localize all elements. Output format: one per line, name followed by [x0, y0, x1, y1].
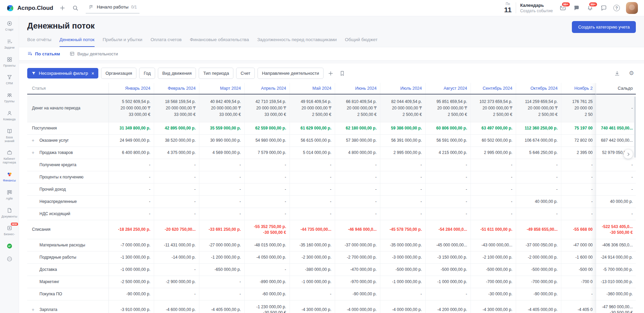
value-cell: -35 000 000,00 р. [380, 239, 426, 251]
value-cell: -970 000,00 р. [335, 276, 380, 288]
app-logo[interactable]: Аспро.Cloud [6, 4, 53, 12]
help-icon[interactable]: ? [613, 5, 620, 11]
sidebar-item-messenger[interactable] [0, 240, 19, 252]
subtab-0[interactable]: По статьям [27, 51, 60, 56]
value-cell: 24 949 000,00 р. [109, 135, 154, 146]
filter-chip-label: Несохраненный фильтр [39, 71, 88, 76]
value-cell: - [199, 288, 245, 300]
value-cell: - [380, 208, 426, 220]
bell-icon[interactable]: 99+ [586, 4, 594, 12]
value-cell: 5 502 609,54 р.20 000 000,00 ₸33 000,00 … [109, 94, 154, 122]
row-label-cell: Получение кредита [27, 159, 109, 171]
sidebar-item-label: Финансы [3, 179, 16, 182]
sidebar-item-label: Задачи [4, 46, 14, 50]
add-icon[interactable] [59, 4, 66, 12]
bookmark-icon[interactable] [338, 69, 347, 78]
value-cell: 102 373 659,54 р.20 000 000,00 ₸2 500,00… [471, 94, 516, 122]
tab-2[interactable]: Прибыли и убытки [103, 37, 143, 47]
expand-button[interactable]: + [32, 150, 39, 156]
tab-0[interactable]: Все отчёты [27, 37, 51, 47]
value-cell: - [380, 196, 426, 208]
value-cell: -14 000,00 р. [154, 251, 199, 263]
download-icon[interactable] [613, 69, 622, 78]
value-cell: -4 300 000,00 р. [290, 300, 335, 313]
value-cell: 62 180 000,00 р. [335, 122, 380, 134]
value-cell: -3 910 000,00 р. [109, 300, 154, 313]
table-row: Проценты к получению----------- [27, 171, 596, 184]
sidebar-item-crm[interactable]: CRM [0, 71, 19, 88]
value-cell: -500 00 [561, 264, 596, 276]
filter-button-3[interactable]: Тип периода [199, 68, 233, 79]
value-cell: - [561, 171, 596, 183]
value-cell: -470 000,00 р. [335, 264, 380, 276]
filter-bar: Несохраненный фильтр × ОрганизацияГодВид… [19, 64, 644, 82]
row-label-cell: Прочий доход [27, 184, 109, 195]
value-cell: -4 300 000,00 р. [471, 300, 516, 313]
value-cell: - [154, 171, 199, 183]
filter-button-0[interactable]: Организация [101, 68, 136, 79]
sidebar-item-кабинет-партнера[interactable]: Кабинет партнера [0, 147, 19, 168]
row-label-cell: Списания [27, 220, 109, 239]
search-icon[interactable] [71, 4, 79, 12]
value-cell: -55 668 00 [561, 220, 596, 239]
value-cell: - [290, 288, 335, 300]
tab-3[interactable]: Оплата счетов [150, 37, 182, 47]
sidebar-item-label: Старт [5, 28, 13, 32]
filter-button-5[interactable]: Направление деятельности [258, 68, 324, 79]
table-row: +Оказание услуг24 949 000,00 р.38 520 00… [27, 135, 596, 147]
sidebar-item-финансы[interactable]: Финансы [0, 169, 19, 186]
value-cell: -650 000,00 р. [199, 264, 245, 276]
onboarding-progress[interactable]: Начало работы 0/1 [86, 3, 139, 14]
tab-6[interactable]: Общий бюджет [345, 37, 378, 47]
tab-4[interactable]: Финансовые обязательства [190, 37, 249, 47]
row-label-cell: Покупка ПО [27, 288, 109, 300]
scroll-right-button[interactable] [624, 150, 633, 159]
vertical-scrollbar[interactable] [634, 97, 636, 158]
onboarding-label: Начало работы [97, 4, 128, 10]
sidebar-item-команда[interactable]: Команда [0, 107, 19, 124]
column-header-article: Статья [27, 83, 109, 94]
sidebar-item-задачи[interactable]: Задачи [0, 36, 19, 53]
calendar-title: Календарь [520, 3, 553, 8]
calendar-widget[interactable]: Пн 11 Календарь Создать событие [504, 2, 553, 14]
filter-button-2[interactable]: Вид движения [158, 68, 196, 79]
comment-icon[interactable] [573, 4, 580, 12]
filter-button-4[interactable]: Счет [236, 68, 255, 79]
add-filter-icon[interactable] [326, 69, 335, 78]
value-cell: - [154, 184, 199, 195]
tab-cashflow[interactable]: Денежный поток [60, 37, 95, 47]
value-cell: 57 380 000,00 р. [335, 135, 380, 146]
chat-icon[interactable] [600, 4, 607, 12]
filter-chip[interactable]: Несохраненный фильтр × [27, 68, 98, 79]
value-cell: - [561, 159, 596, 171]
sidebar-item-more[interactable] [0, 253, 19, 265]
sidebar-item-база-знаний[interactable]: База знаний [0, 125, 19, 146]
row-label: Продажа товаров [39, 150, 73, 156]
sidebar-item-agile[interactable]: Agile [0, 187, 19, 204]
sidebar-item-бизнес-[interactable]: Бизнес-NEW [0, 222, 19, 239]
sidebar-item-старт[interactable]: Старт [0, 18, 19, 35]
create-category-button[interactable]: Создать категорию учета [572, 21, 636, 33]
sidebar-item-группы[interactable]: Группы [0, 89, 19, 106]
expand-button[interactable]: + [32, 138, 39, 143]
row-label-cell: НДС исходящий [27, 208, 109, 220]
value-cell: 72 802 00 [561, 135, 596, 146]
filter-chip-close-icon[interactable]: × [92, 71, 94, 76]
tab-5[interactable]: Задолженность перед поставщиками [257, 37, 337, 47]
mail-icon[interactable]: 99+ [559, 4, 566, 12]
sidebar-item-проекты[interactable]: Проекты [0, 54, 19, 71]
value-cell: -90 000,00 р. [109, 288, 154, 300]
filter-button-1[interactable]: Год [139, 68, 155, 79]
expand-button[interactable]: + [32, 307, 39, 313]
value-cell: -48 015 000,00 р. [245, 239, 290, 251]
settings-gear-icon[interactable]: ⚙ [627, 69, 636, 78]
create-event-link[interactable]: Создать событие [520, 8, 553, 13]
value-cell: 40 842 409,54 р.20 000 000,00 ₸33 000,00… [199, 94, 245, 122]
column-header-month: Июнь 2024 [335, 83, 380, 94]
sidebar-item-документы[interactable]: Документы [0, 205, 19, 222]
value-cell: - [109, 184, 154, 195]
avatar[interactable] [626, 2, 638, 14]
value-cell: - [335, 184, 380, 195]
subtab-1[interactable]: Виды деятельности [69, 51, 118, 56]
row-label-cell: +Зарплата [27, 300, 109, 313]
